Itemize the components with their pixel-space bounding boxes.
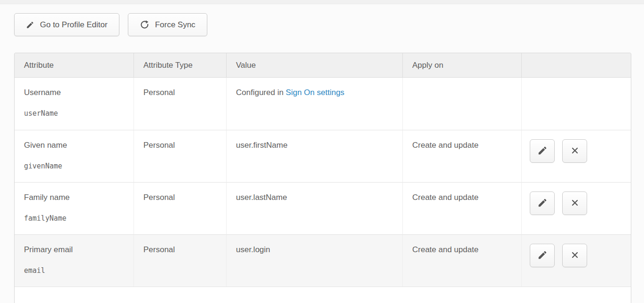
- cell-attribute: Primary email email: [15, 234, 134, 287]
- pencil-icon: [26, 21, 34, 29]
- pencil-icon: [537, 198, 548, 209]
- column-header-actions: [521, 53, 631, 78]
- cell-apply-on: [402, 78, 521, 130]
- cell-attribute-type: Personal: [134, 78, 226, 130]
- go-to-profile-editor-label: Go to Profile Editor: [40, 20, 108, 30]
- x-icon: [570, 250, 580, 261]
- cell-actions: [521, 182, 631, 234]
- attribute-label: Username: [24, 88, 124, 97]
- table-row: Given name givenName Personal user.first…: [15, 130, 631, 182]
- cell-value: user.lastName: [226, 182, 402, 234]
- sign-on-settings-link[interactable]: Sign On settings: [286, 88, 345, 97]
- cell-attribute-type: Personal: [134, 130, 226, 182]
- cell-actions: [521, 234, 631, 287]
- column-header-attribute-type: Attribute Type: [134, 53, 226, 78]
- attribute-mappings-table: Attribute Attribute Type Value Apply on …: [14, 53, 631, 303]
- attribute-variable-name: familyName: [24, 214, 124, 223]
- delete-attribute-button[interactable]: [562, 244, 587, 267]
- cell-apply-on: Create and update: [402, 182, 521, 234]
- edit-attribute-button[interactable]: [530, 244, 555, 267]
- value-text: Configured in: [236, 88, 286, 97]
- column-header-value: Value: [226, 53, 402, 78]
- force-sync-label: Force Sync: [155, 20, 196, 30]
- table-row: Primary email email Personal user.login …: [15, 234, 631, 287]
- column-header-apply-on: Apply on: [402, 53, 521, 78]
- cell-value: user.login: [226, 234, 402, 287]
- delete-attribute-button[interactable]: [562, 139, 587, 163]
- table-row: Username userName Personal Configured in…: [15, 78, 631, 130]
- force-sync-button[interactable]: Force Sync: [128, 13, 207, 36]
- cell-value: Configured in Sign On settings: [226, 78, 402, 130]
- cell-value: user.firstName: [226, 130, 402, 182]
- toolbar: Go to Profile Editor Force Sync: [14, 13, 644, 36]
- cell-attribute: Username userName: [15, 78, 134, 130]
- edit-attribute-button[interactable]: [530, 191, 555, 215]
- attribute-variable-name: userName: [24, 109, 124, 118]
- column-header-attribute: Attribute: [15, 53, 134, 78]
- attribute-label: Given name: [24, 141, 124, 150]
- empty-cell: [15, 287, 631, 303]
- cell-attribute-type: Personal: [134, 234, 226, 287]
- refresh-icon: [140, 20, 149, 30]
- cell-actions: [521, 130, 631, 182]
- table-header-row: Attribute Attribute Type Value Apply on: [15, 53, 631, 78]
- attribute-label: Primary email: [24, 245, 124, 255]
- cell-attribute: Family name familyName: [15, 182, 134, 234]
- cell-actions: [521, 78, 631, 130]
- top-divider: [0, 0, 644, 4]
- go-to-profile-editor-button[interactable]: Go to Profile Editor: [14, 13, 119, 36]
- delete-attribute-button[interactable]: [562, 191, 587, 215]
- attribute-variable-name: email: [24, 266, 124, 275]
- table-row-partial: [15, 287, 631, 303]
- main-content: Go to Profile Editor Force Sync Attribut…: [0, 4, 644, 303]
- cell-attribute: Given name givenName: [15, 130, 134, 182]
- cell-attribute-type: Personal: [134, 182, 226, 234]
- attribute-label: Family name: [24, 193, 124, 202]
- table-row: Family name familyName Personal user.las…: [15, 182, 631, 234]
- pencil-icon: [537, 250, 548, 262]
- edit-attribute-button[interactable]: [530, 139, 555, 163]
- cell-apply-on: Create and update: [402, 130, 521, 182]
- cell-apply-on: Create and update: [402, 234, 521, 287]
- x-icon: [570, 198, 580, 209]
- x-icon: [570, 146, 580, 157]
- attribute-variable-name: givenName: [24, 162, 124, 170]
- pencil-icon: [537, 145, 548, 157]
